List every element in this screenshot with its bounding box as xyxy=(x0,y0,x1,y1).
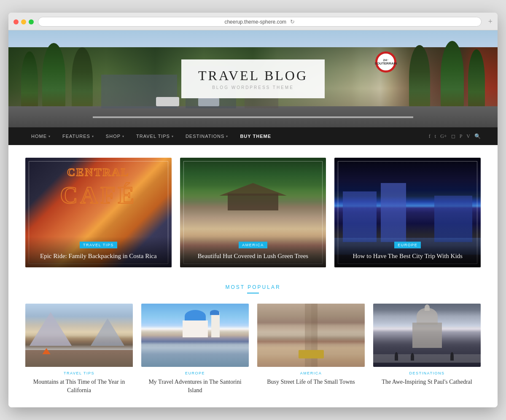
tree-left-3 xyxy=(72,47,93,110)
chevron-icon: ▾ xyxy=(226,135,228,138)
card-overlay-2: AMERICA Beautiful Hut Covered in Lush Gr… xyxy=(180,223,326,267)
mountain-peak-1 xyxy=(30,312,72,346)
section-title: MOST POPULAR xyxy=(25,284,481,290)
vimeo-icon[interactable]: V xyxy=(466,133,470,140)
popular-image-1 xyxy=(25,304,133,367)
featured-card-2[interactable]: AMERICA Beautiful Hut Covered in Lush Gr… xyxy=(180,158,326,267)
popular-tag-4: DESTINATIONS xyxy=(373,371,481,375)
section-underline xyxy=(247,293,259,293)
cathedral-body xyxy=(412,323,442,348)
nav-travel-tips[interactable]: TRAVEL TIPS ▾ xyxy=(130,127,180,145)
person-1 xyxy=(395,352,398,361)
popular-tag-1: TRAVEL TIPS xyxy=(25,371,133,375)
popular-card-2[interactable]: EUROPE My Travel Adventures in The Santo… xyxy=(141,304,249,394)
pinterest-icon[interactable]: P xyxy=(460,133,463,140)
google-plus-icon[interactable]: G+ xyxy=(440,133,447,140)
card-image-1: CENTRAL CAFÉ TRAVEL TIPS Epic Ride: Fami… xyxy=(25,158,172,267)
hero-section: 24↑SOUTERRAIN TRAVEL BLOG BLOG WORDPRESS… xyxy=(8,30,498,127)
minimize-dot[interactable] xyxy=(21,19,26,24)
tree-left-2 xyxy=(42,43,65,110)
santorini-wall xyxy=(183,320,208,337)
popular-title-3: Busy Street Life of The Small Towns xyxy=(257,378,365,386)
chevron-icon: ▾ xyxy=(92,135,94,138)
featured-grid: CENTRAL CAFÉ TRAVEL TIPS Epic Ride: Fami… xyxy=(25,158,481,267)
ground xyxy=(25,350,133,367)
bridge xyxy=(373,354,481,363)
tree-left-1 xyxy=(21,51,38,110)
popular-image-4 xyxy=(373,304,481,367)
card-image-3: EUROPE How to Have The Best City Trip Wi… xyxy=(334,158,481,267)
card-title-1: Epic Ride: Family Backpacking in Costa R… xyxy=(32,252,165,261)
tree-right-1 xyxy=(468,49,485,110)
cafe-text: CAFÉ xyxy=(60,181,137,209)
mountain-peak-2 xyxy=(91,318,124,346)
facebook-icon[interactable]: f xyxy=(429,133,431,140)
popular-image-3 xyxy=(257,304,365,367)
popular-card-1[interactable]: TRAVEL TIPS Mountains at This Time of Th… xyxy=(25,304,133,394)
central-text: CENTRAL xyxy=(67,166,129,179)
search-icon[interactable]: 🔍 xyxy=(474,133,481,140)
card-overlay-1: TRAVEL TIPS Epic Ride: Family Backpackin… xyxy=(25,223,172,267)
url-text: cheerup.theme-sphere.com xyxy=(224,19,286,25)
hero-logo-box: TRAVEL BLOG BLOG WORDPRESS THEME xyxy=(181,59,325,98)
chevron-icon: ▾ xyxy=(48,135,51,138)
site-title: TRAVEL BLOG xyxy=(198,68,308,83)
card-overlay-3: EUROPE How to Have The Best City Trip Wi… xyxy=(334,223,481,267)
nav-social-icons: f t G+ ◻ P V 🔍 xyxy=(429,133,481,140)
nav-links: HOME ▾ FEATURES ▾ SHOP ▾ TRAVEL TIPS ▾ D… xyxy=(25,127,429,145)
chevron-icon: ▾ xyxy=(172,135,174,138)
featured-card-1[interactable]: CENTRAL CAFÉ TRAVEL TIPS Epic Ride: Fami… xyxy=(25,158,172,267)
tree-right-2 xyxy=(441,41,464,110)
person-2 xyxy=(411,353,414,361)
instagram-icon[interactable]: ◻ xyxy=(451,133,455,140)
popular-card-4[interactable]: DESTINATIONS The Awe-Inspiring St Paul's… xyxy=(373,304,481,394)
tower-dome xyxy=(210,310,219,315)
popular-grid: TRAVEL TIPS Mountains at This Time of Th… xyxy=(25,304,481,394)
refresh-icon[interactable]: ↻ xyxy=(290,19,295,25)
card-image-2: AMERICA Beautiful Hut Covered in Lush Gr… xyxy=(180,158,326,267)
popular-title-1: Mountains at This Time of The Year in Ca… xyxy=(25,378,133,394)
nav-features[interactable]: FEATURES ▾ xyxy=(57,127,100,145)
nav-shop[interactable]: SHOP ▾ xyxy=(100,127,130,145)
maximize-dot[interactable] xyxy=(29,19,34,24)
twitter-icon[interactable]: t xyxy=(435,133,436,140)
browser-window: cheerup.theme-sphere.com ↻ + 24↑SOUTERRA… xyxy=(8,13,498,407)
bell-tower xyxy=(211,312,220,337)
main-content: CENTRAL CAFÉ TRAVEL TIPS Epic Ride: Fami… xyxy=(8,145,498,407)
popular-tag-3: AMERICA xyxy=(257,371,365,375)
car-1 xyxy=(156,97,179,106)
person-3 xyxy=(450,352,454,361)
card-title-2: Beautiful Hut Covered in Lush Green Tree… xyxy=(187,252,320,261)
temple-shape xyxy=(219,183,287,217)
address-bar[interactable]: cheerup.theme-sphere.com ↻ xyxy=(38,17,482,27)
nav-home[interactable]: HOME ▾ xyxy=(25,127,57,145)
sky-bg xyxy=(8,30,498,47)
popular-image-2 xyxy=(141,304,249,367)
nav-destinations[interactable]: DESTINATIONS ▾ xyxy=(180,127,234,145)
section-header: MOST POPULAR xyxy=(25,284,481,293)
tree-right-3 xyxy=(409,45,430,110)
car-2 xyxy=(198,98,219,106)
card-tag-1: TRAVEL TIPS xyxy=(80,242,117,248)
card-tag-3: EUROPE xyxy=(394,242,421,248)
close-dot[interactable] xyxy=(13,19,19,24)
popular-title-2: My Travel Adventures in The Santorini Is… xyxy=(141,378,249,394)
nav-buy-theme[interactable]: BUY THEME xyxy=(234,127,277,145)
card-title-3: How to Have The Best City Trip With Kids xyxy=(341,252,474,261)
chevron-icon: ▾ xyxy=(122,135,124,138)
site-subtitle: BLOG WORDPRESS THEME xyxy=(198,85,308,90)
browser-dots xyxy=(13,19,34,24)
new-tab-button[interactable]: + xyxy=(488,17,493,26)
popular-title-4: The Awe-Inspiring St Paul's Cathedral xyxy=(373,378,481,386)
card-tag-2: AMERICA xyxy=(239,242,267,248)
lantern xyxy=(425,304,430,311)
nav-bar: HOME ▾ FEATURES ▾ SHOP ▾ TRAVEL TIPS ▾ D… xyxy=(8,127,498,145)
road-line xyxy=(93,116,413,118)
popular-card-3[interactable]: AMERICA Busy Street Life of The Small To… xyxy=(257,304,365,394)
featured-card-3[interactable]: EUROPE How to Have The Best City Trip Wi… xyxy=(334,158,481,267)
tram xyxy=(299,350,324,358)
browser-chrome: cheerup.theme-sphere.com ↻ + xyxy=(8,13,498,30)
popular-tag-2: EUROPE xyxy=(141,371,249,375)
